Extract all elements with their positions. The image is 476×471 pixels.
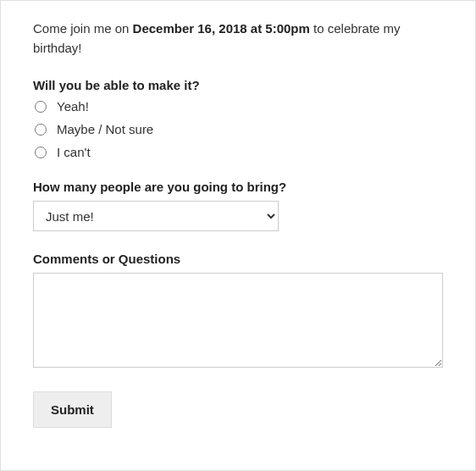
guests-select[interactable]: Just me!	[33, 201, 279, 231]
attendance-label: Will you be able to make it?	[33, 78, 443, 92]
radio-option-cant: I can't	[33, 145, 443, 159]
comments-textarea[interactable]	[33, 273, 443, 368]
intro-prefix: Come join me on	[33, 21, 133, 36]
intro-datetime: December 16, 2018 at 5:00pm	[133, 21, 310, 36]
radio-label-cant[interactable]: I can't	[57, 145, 91, 159]
radio-yeah[interactable]	[35, 101, 47, 113]
intro-text: Come join me on December 16, 2018 at 5:0…	[33, 19, 443, 58]
radio-label-yeah[interactable]: Yeah!	[57, 99, 89, 114]
radio-option-yeah: Yeah!	[33, 99, 443, 114]
radio-cant[interactable]	[35, 147, 47, 158]
attendance-field: Will you be able to make it? Yeah! Maybe…	[33, 78, 443, 159]
rsvp-form-container: Come join me on December 16, 2018 at 5:0…	[0, 0, 476, 471]
guests-label: How many people are you going to bring?	[33, 180, 443, 194]
submit-button[interactable]: Submit	[33, 391, 112, 428]
radio-label-maybe[interactable]: Maybe / Not sure	[57, 122, 153, 136]
comments-field: Comments or Questions	[33, 252, 443, 371]
comments-label: Comments or Questions	[33, 252, 443, 266]
guests-field: How many people are you going to bring? …	[33, 180, 443, 231]
radio-option-maybe: Maybe / Not sure	[33, 122, 443, 136]
radio-maybe[interactable]	[35, 124, 47, 136]
